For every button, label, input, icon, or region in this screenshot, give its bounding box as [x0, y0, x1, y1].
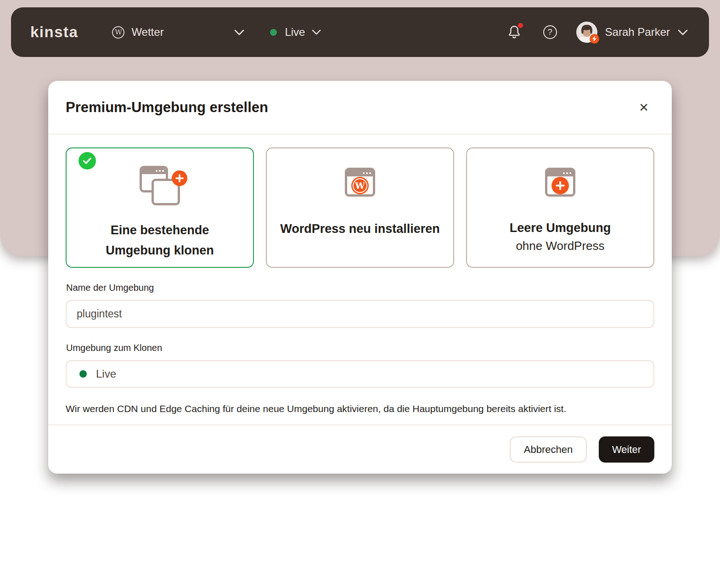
clone-source-label: Umgebung zum Klonen	[66, 343, 654, 353]
clone-source-select[interactable]: Live	[66, 360, 654, 388]
modal-body: Eine bestehende Umgebung klonen W WordPr…	[48, 135, 672, 414]
user-avatar[interactable]	[576, 22, 597, 43]
lightning-badge-icon	[590, 34, 599, 44]
help-button[interactable]: ?	[543, 25, 557, 39]
option-label: WordPress neu installieren	[280, 219, 440, 239]
modal-title: Premium-Umgebung erstellen	[66, 99, 268, 116]
environment-status-dot	[270, 29, 277, 36]
notifications-button[interactable]	[507, 24, 522, 40]
chevron-down-icon	[312, 29, 321, 35]
modal-header: Premium-Umgebung erstellen ✕	[48, 81, 672, 135]
empty-window-icon	[545, 168, 575, 197]
clone-windows-icon	[136, 166, 184, 210]
option-label: Eine bestehende Umgebung klonen	[91, 220, 229, 260]
top-navbar: kinsta W Wetter Live ?	[11, 7, 709, 57]
environment-name-input[interactable]	[66, 300, 654, 328]
site-selector-label: Wetter	[131, 26, 163, 39]
close-button[interactable]: ✕	[637, 100, 651, 115]
option-card-install-wordpress[interactable]: W WordPress neu installieren	[266, 147, 454, 268]
question-mark-icon: ?	[547, 27, 552, 37]
navbar-right-group: ? Sarah Parker	[507, 22, 688, 43]
check-icon	[79, 152, 96, 170]
next-button[interactable]: Weiter	[599, 436, 654, 463]
kinsta-logo: kinsta	[30, 23, 78, 41]
wordpress-icon: W	[112, 26, 124, 39]
plus-badge-icon	[172, 170, 187, 186]
wordpress-logo-icon: W	[351, 177, 369, 194]
clone-source-value: Live	[96, 368, 116, 380]
chevron-down-icon[interactable]	[678, 29, 688, 35]
close-icon: ✕	[639, 101, 649, 114]
user-name: Sarah Parker	[605, 26, 670, 39]
chevron-down-icon	[234, 29, 244, 35]
notification-badge	[518, 23, 523, 28]
live-status-dot	[79, 370, 87, 378]
modal-footer: Abbrechen Weiter	[48, 424, 672, 474]
wordpress-window-icon: W	[345, 168, 375, 197]
cdn-info-text: Wir werden CDN und Edge Caching für dein…	[66, 403, 654, 414]
plus-circle-icon	[551, 177, 569, 194]
create-premium-environment-modal: Premium-Umgebung erstellen ✕	[48, 81, 672, 474]
option-sublabel: ohne WordPress	[516, 239, 604, 253]
cancel-button[interactable]: Abbrechen	[510, 436, 587, 463]
environment-name-label: Name der Umgebung	[66, 283, 654, 293]
option-label: Leere Umgebung	[510, 218, 611, 238]
environment-label: Live	[285, 26, 305, 39]
option-card-clone-environment[interactable]: Eine bestehende Umgebung klonen	[66, 147, 254, 268]
environment-selector-dropdown[interactable]: Live	[270, 26, 321, 39]
site-selector-dropdown[interactable]: W Wetter	[112, 26, 244, 39]
environment-option-cards: Eine bestehende Umgebung klonen W WordPr…	[66, 147, 654, 268]
option-card-empty-environment[interactable]: Leere Umgebung ohne WordPress	[466, 147, 654, 268]
